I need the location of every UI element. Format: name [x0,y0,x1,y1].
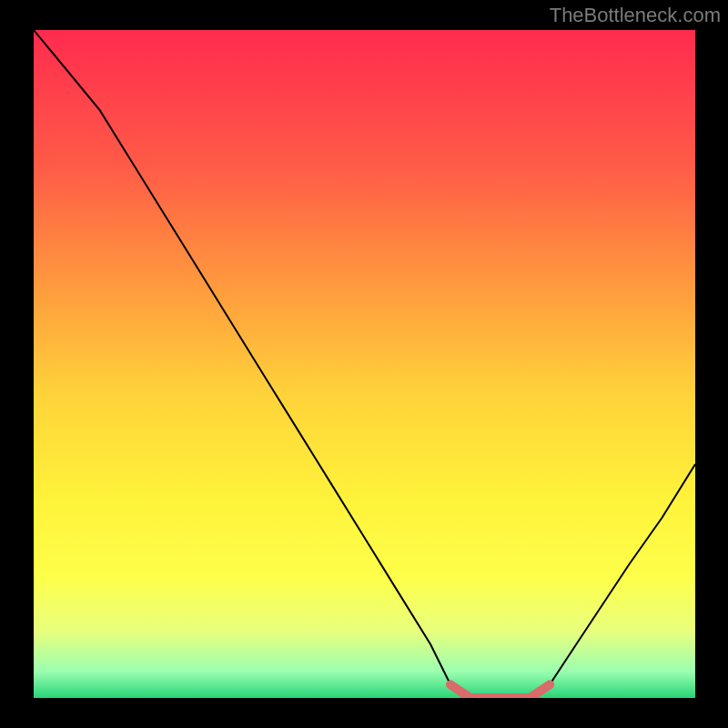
watermark-text: TheBottleneck.com [550,4,721,27]
optimal-range-highlight [450,684,550,698]
plot-area [34,30,695,698]
bottleneck-curve [34,30,695,698]
